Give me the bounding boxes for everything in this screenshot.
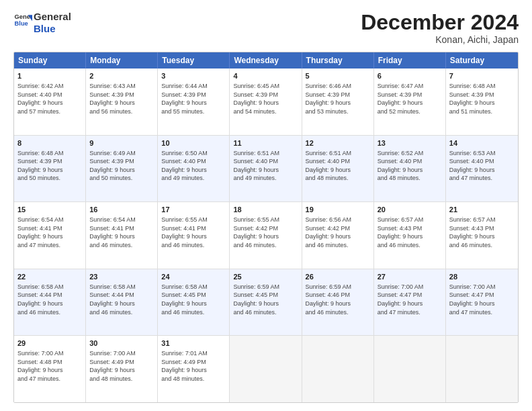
day-number: 5 — [306, 71, 370, 81]
calendar-week-row: 29Sunrise: 7:00 AM Sunset: 4:48 PM Dayli… — [14, 335, 518, 402]
day-info: Sunrise: 7:01 AM Sunset: 4:49 PM Dayligh… — [161, 349, 226, 383]
day-number: 18 — [233, 205, 298, 215]
calendar-cell: 28Sunrise: 7:00 AM Sunset: 4:47 PM Dayli… — [446, 269, 518, 336]
day-info: Sunrise: 6:47 AM Sunset: 4:39 PM Dayligh… — [378, 82, 442, 116]
calendar-cell: 20Sunrise: 6:57 AM Sunset: 4:43 PM Dayli… — [374, 202, 446, 269]
day-number: 8 — [17, 138, 82, 148]
day-number: 20 — [378, 205, 442, 215]
day-info: Sunrise: 6:56 AM Sunset: 4:42 PM Dayligh… — [306, 216, 370, 249]
logo-icon: General Blue — [13, 11, 32, 30]
calendar-header: SundayMondayTuesdayWednesdayThursdayFrid… — [14, 52, 518, 68]
day-info: Sunrise: 6:46 AM Sunset: 4:39 PM Dayligh… — [306, 82, 370, 116]
day-number: 4 — [233, 71, 298, 81]
weekday-header: Sunday — [14, 52, 86, 68]
calendar-cell: 4Sunrise: 6:45 AM Sunset: 4:39 PM Daylig… — [230, 68, 302, 135]
day-number: 26 — [306, 272, 370, 282]
calendar: SundayMondayTuesdayWednesdayThursdayFrid… — [13, 52, 519, 403]
day-info: Sunrise: 6:50 AM Sunset: 4:40 PM Dayligh… — [161, 149, 226, 183]
calendar-cell: 15Sunrise: 6:54 AM Sunset: 4:41 PM Dayli… — [14, 202, 86, 269]
day-number: 9 — [89, 138, 154, 148]
day-number: 27 — [378, 272, 442, 282]
day-info: Sunrise: 6:54 AM Sunset: 4:41 PM Dayligh… — [89, 216, 154, 249]
calendar-cell: 23Sunrise: 6:58 AM Sunset: 4:44 PM Dayli… — [86, 269, 158, 336]
day-info: Sunrise: 6:43 AM Sunset: 4:39 PM Dayligh… — [89, 82, 154, 116]
day-info: Sunrise: 6:48 AM Sunset: 4:39 PM Dayligh… — [17, 149, 82, 183]
day-info: Sunrise: 6:59 AM Sunset: 4:46 PM Dayligh… — [306, 283, 370, 316]
weekday-header: Tuesday — [158, 52, 230, 68]
calendar-cell: 8Sunrise: 6:48 AM Sunset: 4:39 PM Daylig… — [14, 136, 86, 202]
calendar-cell: 7Sunrise: 6:48 AM Sunset: 4:39 PM Daylig… — [446, 68, 518, 135]
weekday-header: Thursday — [302, 52, 374, 68]
calendar-cell — [374, 336, 446, 402]
calendar-cell: 14Sunrise: 6:53 AM Sunset: 4:40 PM Dayli… — [446, 136, 518, 202]
calendar-cell: 21Sunrise: 6:57 AM Sunset: 4:43 PM Dayli… — [446, 202, 518, 269]
day-number: 6 — [378, 71, 442, 81]
calendar-cell: 27Sunrise: 7:00 AM Sunset: 4:47 PM Dayli… — [374, 269, 446, 336]
calendar-cell: 10Sunrise: 6:50 AM Sunset: 4:40 PM Dayli… — [158, 136, 230, 202]
day-number: 1 — [17, 71, 82, 81]
day-info: Sunrise: 6:58 AM Sunset: 4:45 PM Dayligh… — [161, 283, 226, 316]
day-number: 29 — [17, 338, 82, 349]
day-number: 10 — [161, 138, 226, 148]
day-info: Sunrise: 6:55 AM Sunset: 4:41 PM Dayligh… — [161, 216, 226, 249]
weekday-header: Saturday — [446, 52, 518, 68]
day-number: 12 — [306, 138, 370, 148]
weekday-header: Wednesday — [230, 52, 302, 68]
calendar-cell: 2Sunrise: 6:43 AM Sunset: 4:39 PM Daylig… — [86, 68, 158, 135]
day-info: Sunrise: 6:42 AM Sunset: 4:40 PM Dayligh… — [17, 82, 82, 116]
calendar-cell: 29Sunrise: 7:00 AM Sunset: 4:48 PM Dayli… — [14, 336, 86, 402]
calendar-cell: 26Sunrise: 6:59 AM Sunset: 4:46 PM Dayli… — [302, 269, 374, 336]
calendar-cell: 30Sunrise: 7:00 AM Sunset: 4:49 PM Dayli… — [86, 336, 158, 402]
day-info: Sunrise: 7:00 AM Sunset: 4:49 PM Dayligh… — [89, 349, 154, 383]
calendar-cell — [446, 336, 518, 402]
weekday-header: Monday — [86, 52, 158, 68]
day-info: Sunrise: 6:49 AM Sunset: 4:39 PM Dayligh… — [89, 149, 154, 183]
calendar-cell: 19Sunrise: 6:56 AM Sunset: 4:42 PM Dayli… — [302, 202, 374, 269]
weekday-header: Friday — [374, 52, 446, 68]
calendar-week-row: 15Sunrise: 6:54 AM Sunset: 4:41 PM Dayli… — [14, 201, 518, 269]
calendar-cell: 24Sunrise: 6:58 AM Sunset: 4:45 PM Dayli… — [158, 269, 230, 336]
calendar-cell: 3Sunrise: 6:44 AM Sunset: 4:39 PM Daylig… — [158, 68, 230, 135]
page: General Blue General Blue December 2024 … — [0, 0, 532, 411]
calendar-cell: 12Sunrise: 6:51 AM Sunset: 4:40 PM Dayli… — [302, 136, 374, 202]
calendar-cell — [302, 336, 374, 402]
day-number: 30 — [89, 338, 154, 349]
day-info: Sunrise: 7:00 AM Sunset: 4:48 PM Dayligh… — [17, 349, 82, 383]
day-info: Sunrise: 6:57 AM Sunset: 4:43 PM Dayligh… — [378, 216, 442, 249]
day-number: 24 — [161, 272, 226, 282]
day-number: 25 — [233, 272, 298, 282]
day-number: 21 — [449, 205, 515, 215]
day-number: 19 — [306, 205, 370, 215]
calendar-cell: 16Sunrise: 6:54 AM Sunset: 4:41 PM Dayli… — [86, 202, 158, 269]
day-number: 31 — [161, 338, 226, 349]
day-number: 13 — [378, 138, 442, 148]
header: General Blue General Blue December 2024 … — [13, 11, 519, 45]
day-number: 15 — [17, 205, 82, 215]
day-number: 17 — [161, 205, 226, 215]
calendar-cell: 31Sunrise: 7:01 AM Sunset: 4:49 PM Dayli… — [158, 336, 230, 402]
day-number: 7 — [449, 71, 515, 81]
title-block: December 2024 Konan, Aichi, Japan — [361, 11, 519, 45]
day-info: Sunrise: 6:44 AM Sunset: 4:39 PM Dayligh… — [161, 82, 226, 116]
calendar-cell — [230, 336, 302, 402]
day-number: 14 — [449, 138, 515, 148]
calendar-cell: 18Sunrise: 6:55 AM Sunset: 4:42 PM Dayli… — [230, 202, 302, 269]
calendar-cell: 13Sunrise: 6:52 AM Sunset: 4:40 PM Dayli… — [374, 136, 446, 202]
calendar-cell: 11Sunrise: 6:51 AM Sunset: 4:40 PM Dayli… — [230, 136, 302, 202]
logo-line1: General — [34, 11, 71, 23]
calendar-cell: 9Sunrise: 6:49 AM Sunset: 4:39 PM Daylig… — [86, 136, 158, 202]
logo-line2: Blue — [34, 23, 71, 35]
calendar-cell: 1Sunrise: 6:42 AM Sunset: 4:40 PM Daylig… — [14, 68, 86, 135]
day-number: 28 — [449, 272, 515, 282]
day-number: 16 — [89, 205, 154, 215]
day-number: 2 — [89, 71, 154, 81]
day-number: 23 — [89, 272, 154, 282]
calendar-cell: 25Sunrise: 6:59 AM Sunset: 4:45 PM Dayli… — [230, 269, 302, 336]
day-number: 22 — [17, 272, 82, 282]
day-info: Sunrise: 6:51 AM Sunset: 4:40 PM Dayligh… — [306, 149, 370, 183]
day-info: Sunrise: 6:59 AM Sunset: 4:45 PM Dayligh… — [233, 283, 298, 316]
day-info: Sunrise: 6:58 AM Sunset: 4:44 PM Dayligh… — [89, 283, 154, 316]
day-info: Sunrise: 6:51 AM Sunset: 4:40 PM Dayligh… — [233, 149, 298, 183]
day-info: Sunrise: 6:57 AM Sunset: 4:43 PM Dayligh… — [449, 216, 515, 249]
day-info: Sunrise: 6:45 AM Sunset: 4:39 PM Dayligh… — [233, 82, 298, 116]
